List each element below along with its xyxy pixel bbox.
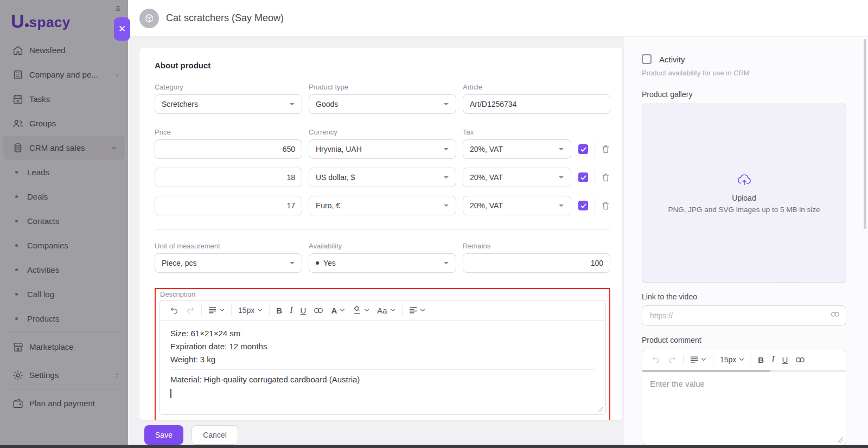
unit-value: Piece, pcs [162, 259, 197, 267]
delete-price-row-button[interactable] [601, 201, 610, 210]
bold-button[interactable]: B [272, 303, 286, 318]
description-content[interactable]: Size: 61×21×24 sm Expiration date: 12 mo… [159, 321, 605, 406]
image-upload-dropzone[interactable]: Upload PNG, JPG and SVG images up to 5 M… [642, 104, 846, 283]
sidebar: U spacy Newsfeed Company and pe... Tasks [0, 0, 128, 445]
currency-select[interactable]: Hryvnia, UAH [309, 139, 456, 159]
underline-button[interactable]: U [778, 352, 792, 367]
description-line: Weight: 3 kg [170, 353, 595, 366]
italic-button[interactable]: I [286, 303, 296, 318]
chevron-down-icon [390, 309, 395, 312]
comment-content[interactable]: Enter the value [642, 372, 846, 395]
chevron-down-icon [420, 309, 425, 312]
line-height-button[interactable] [205, 303, 228, 318]
caret-down-icon [558, 176, 564, 180]
redo-button[interactable] [664, 352, 680, 367]
product-type-select[interactable]: Goods [309, 94, 456, 114]
description-line: Material: High-quality corrugated cardbo… [170, 373, 595, 386]
delete-price-row-button[interactable] [601, 144, 610, 154]
divider [595, 197, 595, 214]
price-active-checkbox[interactable] [578, 144, 588, 154]
currency-select[interactable]: US dollar, $ [309, 168, 456, 187]
currency-value: Hryvnia, UAH [316, 145, 362, 153]
divider [155, 229, 610, 230]
activity-checkbox[interactable] [642, 54, 652, 64]
caret-down-icon [443, 261, 449, 265]
redo-button[interactable] [182, 303, 199, 318]
resize-grip[interactable] [597, 407, 603, 412]
align-button[interactable] [405, 303, 429, 318]
section-title: About product [155, 61, 610, 70]
availability-select[interactable]: Yes [309, 253, 456, 273]
chevron-down-icon [739, 358, 744, 361]
text-case-button[interactable]: Aa [373, 303, 399, 318]
resize-grip[interactable] [838, 437, 843, 443]
product-type-value: Goods [316, 100, 338, 108]
text-color-button[interactable]: A [327, 303, 349, 318]
insert-link-button[interactable] [310, 303, 327, 318]
chevron-down-icon [701, 358, 706, 361]
bold-button[interactable]: B [754, 352, 768, 367]
underline-button[interactable]: U [297, 303, 310, 318]
remains-input[interactable] [463, 253, 610, 273]
link-icon [314, 308, 323, 313]
unit-select[interactable]: Piece, pcs [155, 253, 302, 273]
currency-value: Euro, € [316, 201, 340, 210]
scrollbar-thumb[interactable] [642, 370, 770, 372]
description-editor: 15px B I U A Aa Size: 61×21×24 sm Expira… [159, 300, 606, 415]
font-size-button[interactable]: 15px [234, 303, 266, 318]
toolbar-separator [683, 354, 684, 365]
category-select[interactable]: Scretchers [155, 94, 302, 114]
page-scrollbar[interactable] [864, 39, 866, 229]
highlight-color-button[interactable] [349, 303, 373, 318]
upload-caption: PNG, JPG and SVG images up to 5 MB in si… [668, 206, 820, 214]
save-button[interactable]: Save [144, 425, 183, 445]
toolbar-separator [713, 354, 713, 365]
description-line: Size: 61×21×24 sm [170, 327, 595, 340]
close-modal-button[interactable]: ✕ [114, 17, 130, 41]
cancel-button[interactable]: Cancel [192, 425, 238, 445]
price-input[interactable] [155, 196, 302, 215]
align-left-icon [409, 307, 417, 313]
font-size-button[interactable]: 15px [716, 352, 748, 367]
price-input[interactable] [155, 139, 302, 159]
fill-icon [353, 306, 361, 315]
check-icon [580, 175, 586, 180]
link-icon [831, 311, 840, 317]
caret-down-icon [443, 103, 449, 106]
modal-footer: Save Cancel [144, 425, 238, 445]
delete-price-row-button[interactable] [601, 172, 610, 182]
comment-label: Product comment [642, 336, 846, 344]
price-row: Hryvnia, UAH 20%, VAT [155, 139, 610, 159]
article-label: Article [463, 83, 610, 91]
description-toolbar: 15px B I U A Aa [159, 300, 605, 321]
toolbar-separator [231, 305, 232, 316]
price-row: US dollar, $ 20%, VAT [155, 168, 610, 187]
tax-select[interactable]: 20%, VAT [463, 168, 571, 187]
video-link-label: Link to the video [642, 292, 846, 301]
insert-link-button[interactable] [792, 352, 809, 367]
article-input[interactable] [463, 94, 610, 114]
caret-down-icon [443, 204, 449, 208]
product-modal: Cat scratchers (Say Meow) About product … [128, 0, 868, 445]
check-icon [580, 203, 586, 208]
undo-button[interactable] [648, 352, 664, 367]
price-active-checkbox[interactable] [578, 172, 588, 182]
price-label: Price [155, 128, 302, 136]
undo-button[interactable] [166, 303, 182, 318]
currency-select[interactable]: Euro, € [309, 196, 456, 215]
page-title: Cat scratchers (Say Meow) [166, 12, 284, 24]
comment-toolbar: 15px B I U [642, 349, 846, 370]
horizontal-scrollbar[interactable] [642, 370, 846, 372]
right-panel: Activity Product availability for use in… [624, 37, 868, 445]
video-link-input[interactable] [642, 305, 846, 326]
comment-placeholder: Enter the value [650, 379, 705, 388]
chevron-down-icon [340, 309, 345, 312]
line-height-button[interactable] [686, 352, 710, 367]
price-active-checkbox[interactable] [578, 201, 588, 210]
tax-select[interactable]: 20%, VAT [463, 196, 571, 215]
price-input[interactable] [155, 168, 302, 187]
chevron-down-icon [257, 309, 263, 312]
tax-select[interactable]: 20%, VAT [463, 139, 571, 159]
tax-label: Tax [463, 128, 610, 136]
italic-button[interactable]: I [768, 352, 778, 367]
